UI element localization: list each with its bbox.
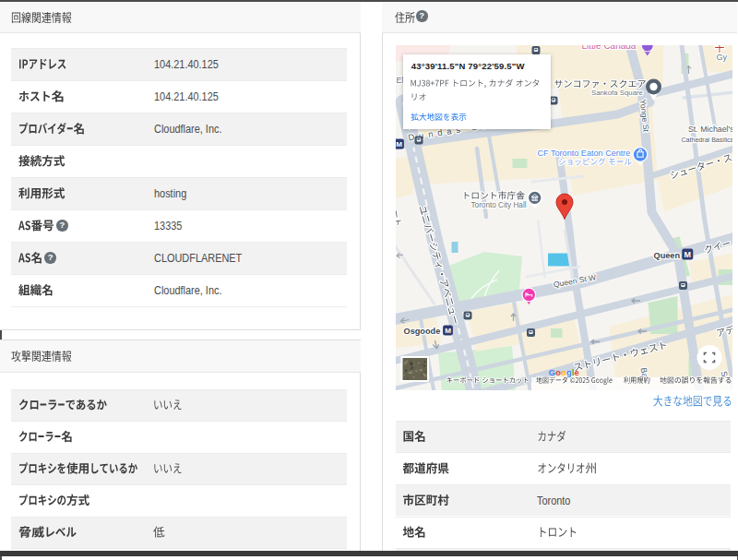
svg-text:Little Canada: Little Canada bbox=[581, 45, 636, 51]
svg-text:M: M bbox=[396, 140, 402, 149]
svg-text:Osgoode: Osgoode bbox=[403, 327, 440, 336]
svg-text:St. Michael's: St. Michael's bbox=[688, 125, 733, 134]
svg-text:M: M bbox=[684, 250, 691, 259]
svg-text:Google: Google bbox=[548, 368, 578, 377]
svg-text:M: M bbox=[445, 327, 451, 335]
svg-text:Queen: Queen bbox=[653, 251, 680, 260]
svg-text:Cathedral Basilica: Cathedral Basilica bbox=[681, 136, 732, 144]
svg-text:Sankofa Square: Sankofa Square bbox=[591, 89, 643, 97]
svg-text:CF Toronto Eaton Centre: CF Toronto Eaton Centre bbox=[537, 149, 630, 158]
svg-text:Gy: Gy bbox=[716, 53, 727, 62]
svg-text:Toronto City Hall: Toronto City Hall bbox=[470, 201, 526, 209]
